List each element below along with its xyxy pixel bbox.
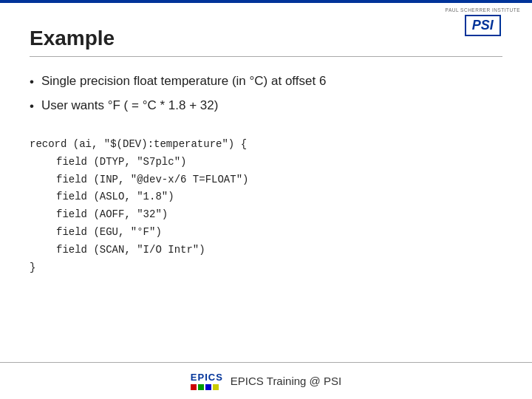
square-green (198, 384, 204, 390)
list-item: • User wants °F ( = °C * 1.8 + 32) (30, 96, 502, 116)
square-yellow (213, 384, 219, 390)
code-field-5: field (EGU, "°F") (56, 224, 502, 242)
bullet-icon: • (30, 97, 34, 116)
code-field-6: field (SCAN, "I/O Intr") (56, 242, 502, 259)
square-red (191, 384, 197, 390)
main-content: Example • Single precision float tempera… (0, 3, 532, 362)
footer: EPICS EPICS Training @ PSI (0, 362, 532, 399)
code-block: record (ai, "$(DEV):temperature") { fiel… (30, 136, 502, 276)
bullet-list: • Single precision float temperature (in… (30, 72, 502, 115)
code-field-3: field (ASLO, "1.8") (56, 188, 502, 206)
page-title: Example (30, 27, 502, 50)
code-line-record: record (ai, "$(DEV):temperature") { (30, 136, 502, 154)
code-closing: } (30, 259, 502, 277)
epics-label: EPICS (191, 372, 223, 383)
code-field-1: field (DTYP, "S7plc") (56, 154, 502, 171)
page: PAUL SCHERRER INSTITUTE PSI Example • Si… (0, 0, 532, 399)
bullet-icon: • (30, 72, 34, 92)
code-field-2: field (INP, "@dev-x/6 T=FLOAT") (56, 171, 502, 189)
list-item: • Single precision float temperature (in… (30, 72, 502, 92)
bullet-text-1: Single precision float temperature (in °… (41, 72, 326, 91)
code-field-4: field (AOFF, "32") (56, 206, 502, 224)
square-blue (205, 384, 211, 390)
title-divider (30, 56, 502, 57)
footer-epics-group: EPICS EPICS Training @ PSI (191, 372, 341, 390)
bullet-text-2: User wants °F ( = °C * 1.8 + 32) (41, 96, 218, 115)
footer-training-label: EPICS Training @ PSI (231, 375, 341, 387)
epics-logo: EPICS (191, 372, 223, 390)
epics-color-squares (191, 384, 223, 390)
